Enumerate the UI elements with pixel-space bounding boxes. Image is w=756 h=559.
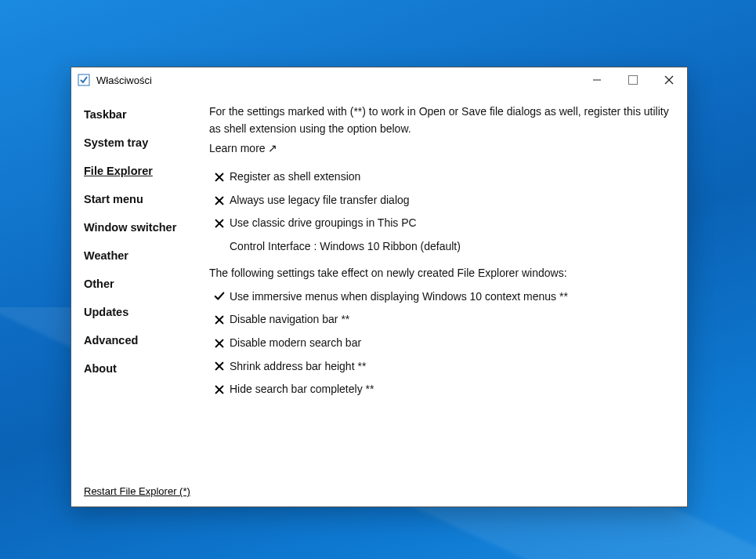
sidebar-item-label: Updates xyxy=(84,306,128,318)
sidebar-item-label: File Explorer xyxy=(84,165,153,177)
x-icon xyxy=(209,314,230,325)
sidebar-item-window-switcher[interactable]: Window switcher xyxy=(71,213,206,241)
x-icon xyxy=(209,218,230,229)
setting-row[interactable]: Hide search bar completely ** xyxy=(209,378,671,401)
sidebar: TaskbarSystem trayFile ExplorerStart men… xyxy=(71,93,206,506)
setting-label: Shrink address bar height ** xyxy=(230,358,671,376)
content-pane: For the settings marked with (**) to wor… xyxy=(206,93,687,506)
sidebar-item-label: Weather xyxy=(84,249,128,262)
sidebar-item-system-tray[interactable]: System tray xyxy=(71,129,206,157)
setting-label: Use classic drive groupings in This PC xyxy=(230,215,671,232)
setting-row[interactable]: Shrink address bar height ** xyxy=(209,355,671,379)
sidebar-item-file-explorer[interactable]: File Explorer xyxy=(71,157,206,185)
setting-label: Register as shell extension xyxy=(230,169,671,186)
setting-row[interactable]: Use classic drive groupings in This PC xyxy=(209,212,671,235)
sidebar-item-updates[interactable]: Updates xyxy=(71,298,206,326)
learn-more-link[interactable]: Learn more ↗ xyxy=(209,140,671,158)
setting-label: Control Interface : Windows 10 Ribbon (d… xyxy=(230,238,671,256)
x-icon xyxy=(209,172,230,183)
setting-label: Use immersive menus when displaying Wind… xyxy=(230,289,671,306)
setting-label: Disable navigation bar ** xyxy=(230,311,671,329)
maximize-button[interactable] xyxy=(615,67,651,93)
sidebar-item-label: Other xyxy=(84,278,114,290)
sidebar-item-label: Advanced xyxy=(84,334,138,347)
setting-row[interactable]: Use immersive menus when displaying Wind… xyxy=(209,285,671,309)
desktop-background: Właściwości TaskbarSystem trayFile Explo… xyxy=(0,0,756,559)
sidebar-item-label: System tray xyxy=(84,136,148,149)
section-title: The following settings take effect on ne… xyxy=(209,265,671,282)
sidebar-item-label: Window switcher xyxy=(84,221,176,234)
window-body: TaskbarSystem trayFile ExplorerStart men… xyxy=(71,93,687,506)
titlebar: Właściwości xyxy=(71,67,687,93)
setting-row[interactable]: Disable modern search bar xyxy=(209,332,671,355)
sidebar-item-taskbar[interactable]: Taskbar xyxy=(71,100,206,129)
check-icon xyxy=(209,291,230,302)
x-icon xyxy=(209,195,230,206)
sidebar-item-about[interactable]: About xyxy=(71,354,206,383)
sidebar-item-label: Start menu xyxy=(84,193,143,205)
sidebar-item-advanced[interactable]: Advanced xyxy=(71,326,206,354)
setting-row[interactable]: Control Interface : Windows 10 Ribbon (d… xyxy=(209,235,671,259)
sidebar-item-label: Taskbar xyxy=(84,108,127,121)
setting-row[interactable]: Disable navigation bar ** xyxy=(209,308,671,332)
setting-label: Hide search bar completely ** xyxy=(230,381,671,398)
setting-label: Disable modern search bar xyxy=(230,335,671,352)
sidebar-item-start-menu[interactable]: Start menu xyxy=(71,185,206,213)
properties-window: Właściwości TaskbarSystem trayFile Explo… xyxy=(71,67,688,507)
setting-row[interactable]: Register as shell extension xyxy=(209,165,671,189)
close-button[interactable] xyxy=(651,67,687,93)
x-icon xyxy=(209,338,230,349)
x-icon xyxy=(209,384,230,395)
minimize-button[interactable] xyxy=(579,67,615,93)
window-title: Właściwości xyxy=(96,74,579,86)
app-icon xyxy=(78,74,90,86)
window-controls xyxy=(579,67,687,93)
restart-file-explorer-link[interactable]: Restart File Explorer (*) xyxy=(84,485,190,497)
x-icon xyxy=(209,361,230,372)
intro-text: For the settings marked with (**) to wor… xyxy=(209,103,671,137)
sidebar-item-label: About xyxy=(84,362,117,375)
sidebar-item-other[interactable]: Other xyxy=(71,270,206,298)
setting-label: Always use legacy file transfer dialog xyxy=(230,192,671,209)
setting-row[interactable]: Always use legacy file transfer dialog xyxy=(209,189,671,212)
sidebar-item-weather[interactable]: Weather xyxy=(71,241,206,270)
